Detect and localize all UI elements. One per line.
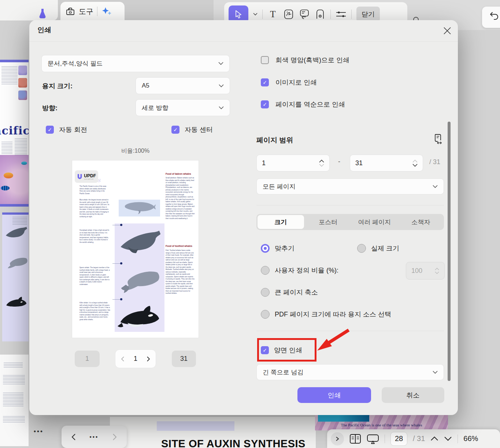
reverse-pages-checkbox[interactable]: ✓ [261, 100, 269, 108]
presentation-mode-icon[interactable] [367, 434, 379, 444]
last-page-label: 31 [180, 355, 188, 363]
text-tool-icon[interactable]: T [267, 8, 278, 21]
prev-page-icon[interactable] [71, 433, 76, 441]
actual-size-option[interactable]: 실제 크기 [357, 244, 399, 253]
flip-edge-dropdown[interactable]: 긴 쪽으로 넘김 [256, 364, 444, 380]
close-tools-button[interactable]: 닫기 [356, 7, 380, 22]
first-page-button[interactable]: 1 [75, 351, 100, 367]
grayscale-label: 회색 명암(흑백)으로 인쇄 [275, 56, 349, 64]
tools-tab[interactable]: 도구 [60, 2, 125, 21]
spin-up-icon[interactable] [412, 160, 418, 163]
next-preview-icon[interactable] [147, 356, 151, 362]
page-down-icon[interactable] [444, 436, 452, 441]
protect-tool-icon[interactable] [315, 8, 326, 21]
tab-size-label: 크기 [274, 218, 287, 226]
toolbar-divider [330, 10, 331, 19]
document-page-auxin-thumb[interactable] [0, 355, 29, 446]
preview-current-page[interactable]: 1 [134, 355, 137, 363]
actual-size-radio[interactable] [357, 244, 366, 253]
custom-scale-input[interactable]: 100 [406, 262, 445, 279]
toolbox-icon [66, 7, 75, 16]
document-page-auxin[interactable]: SITE OF AUXIN SYNTHESIS [110, 417, 316, 448]
home-tab[interactable] [0, 0, 58, 21]
paper-source-radio[interactable] [261, 310, 270, 319]
duplex-option[interactable]: ✓ 양면 인쇄 [261, 346, 302, 355]
page-text-lines [3, 416, 25, 423]
tab-booklet-label: 소책자 [411, 218, 430, 226]
auto-rotate-option[interactable]: ✓ 자동 회전 [46, 125, 87, 134]
prev-preview-icon[interactable] [121, 356, 125, 362]
signature-tool-icon[interactable] [283, 8, 294, 21]
print-dialog: 인쇄 문서,주석,양식 필드 용지 크기: A5 방향: 세로 방향 ✓ 자동 … [29, 20, 458, 415]
print-as-image-checkbox[interactable]: ✓ [261, 78, 269, 86]
spin-up-icon[interactable] [319, 160, 324, 163]
tab-size[interactable]: 크기 [258, 215, 304, 229]
custom-scale-radio[interactable] [261, 266, 270, 275]
document-page-whales[interactable] [2, 212, 29, 341]
document-page-pacific-flowers[interactable]: The Pacific Ocean is one of the seas whe… [315, 415, 448, 430]
toolbar-divider [351, 10, 352, 19]
zoom-level[interactable]: 66% [463, 434, 478, 443]
paper-size-dropdown[interactable]: A5 [136, 77, 230, 94]
current-page-input[interactable]: 28 [390, 432, 407, 446]
auto-rotate-checkbox[interactable]: ✓ [46, 126, 54, 134]
print-content-dropdown[interactable]: 문서,주석,양식 필드 [41, 55, 230, 72]
fit-radio[interactable] [261, 244, 270, 253]
paper-size-value: A5 [142, 82, 149, 89]
next-page-icon[interactable] [112, 433, 117, 441]
spin-up-icon[interactable] [435, 268, 439, 270]
expand-status-button[interactable] [331, 432, 344, 445]
shrink-radio[interactable] [261, 288, 270, 297]
auxin-header-band [157, 421, 234, 431]
range-from-spinner[interactable]: 1 [256, 155, 330, 171]
chevron-down-icon [219, 84, 224, 88]
cancel-button[interactable]: 취소 [382, 387, 444, 403]
tab-multiple[interactable]: 여러 페이지 [351, 214, 398, 230]
range-mode-dropdown[interactable]: 모든 페이지 [256, 178, 444, 195]
more-options-ellipsis[interactable]: ••• [34, 428, 44, 435]
select-tool-chevron-icon[interactable] [253, 13, 258, 16]
nav-more-icon[interactable]: ••• [90, 434, 99, 440]
red-annotation-arrow [312, 328, 353, 354]
range-to-spinner[interactable]: 31 [350, 155, 423, 171]
duplex-checkbox[interactable]: ✓ [261, 346, 269, 354]
document-page-pacific[interactable]: acific [0, 60, 29, 207]
spin-down-icon[interactable] [412, 164, 418, 167]
print-as-image-option[interactable]: ✓ 이미지로 인쇄 [261, 78, 317, 87]
tab-booklet[interactable]: 소책자 [398, 214, 444, 230]
page-range-icon[interactable] [432, 134, 442, 145]
shrink-label: 큰 페이지 축소 [275, 288, 318, 297]
undo-button[interactable] [482, 7, 500, 28]
dialog-title: 인쇄 [37, 25, 51, 35]
dialog-scrollbar[interactable] [448, 122, 451, 381]
spin-down-icon[interactable] [319, 164, 324, 167]
duplex-label: 양면 인쇄 [274, 346, 302, 355]
paper-size-label: 용지 크기: [42, 82, 73, 90]
grayscale-checkbox[interactable] [261, 56, 269, 64]
blue-whale-paragraph: Blue whale: the largest known animal in … [79, 199, 110, 218]
range-mode-value: 모든 페이지 [263, 182, 296, 191]
fish [1, 186, 10, 190]
two-page-view-icon[interactable] [349, 434, 361, 444]
orientation-dropdown[interactable]: 세로 방향 [136, 99, 230, 116]
fit-option[interactable]: 맞추기 [261, 244, 295, 253]
dialog-close-button[interactable] [442, 26, 452, 36]
auto-center-option[interactable]: ✓ 자동 센터 [171, 125, 213, 134]
tab-poster[interactable]: 포스터 [305, 214, 352, 230]
spin-down-icon[interactable] [435, 271, 439, 274]
adjust-sliders-icon[interactable] [336, 8, 347, 21]
tools-tab-label: 도구 [79, 7, 93, 16]
reverse-pages-option[interactable]: ✓ 페이지를 역순으로 인쇄 [261, 100, 345, 109]
page-text-lines [3, 393, 23, 407]
shrink-option[interactable]: 큰 페이지 축소 [261, 288, 318, 297]
custom-scale-option[interactable]: 사용자 정의 비율 (%): [261, 266, 338, 275]
grayscale-option[interactable]: 회색 명암(흑백)으로 인쇄 [261, 56, 349, 64]
auto-center-checkbox[interactable]: ✓ [171, 126, 179, 134]
last-page-button[interactable]: 31 [172, 351, 196, 367]
page-up-icon[interactable] [430, 436, 438, 441]
print-button[interactable]: 인쇄 [297, 387, 371, 403]
cursor-icon [234, 10, 242, 19]
paper-source-option[interactable]: PDF 페이지 크기에 따라 용지 소스 선택 [261, 310, 391, 319]
ai-sparkle-icon[interactable] [101, 6, 112, 16]
stamp-tool-icon[interactable] [299, 8, 310, 21]
